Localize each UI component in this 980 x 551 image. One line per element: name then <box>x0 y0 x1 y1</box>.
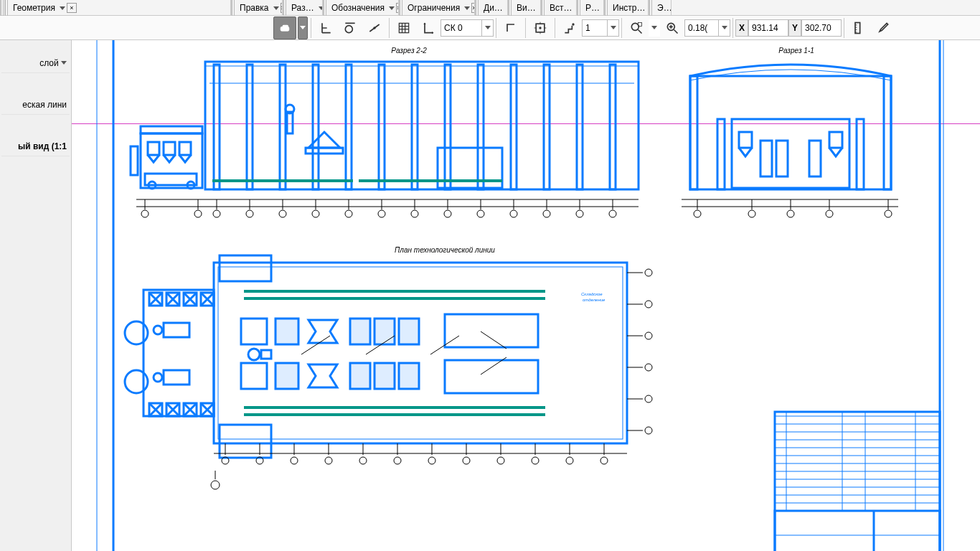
linetype-row[interactable]: еская лини <box>1 95 70 115</box>
svg-point-77 <box>477 210 484 217</box>
ortho-toggle[interactable] <box>499 17 522 39</box>
svg-point-200 <box>532 457 539 464</box>
grid-toggle[interactable] <box>392 17 415 39</box>
perpendicular-tool[interactable] <box>314 17 337 39</box>
svg-rect-166 <box>261 350 271 359</box>
menu-label: Э… <box>657 3 672 13</box>
svg-rect-10 <box>283 24 288 28</box>
menu-5[interactable]: Ди… × <box>479 0 508 16</box>
svg-rect-91 <box>690 76 891 189</box>
svg-rect-163 <box>399 363 419 389</box>
coord-x-input[interactable] <box>748 19 788 37</box>
drawing-svg: Разрез 2-2 Разрез 1-1 План технологическ… <box>72 40 980 551</box>
svg-rect-31 <box>148 142 159 155</box>
svg-rect-34 <box>131 146 138 175</box>
svg-point-14 <box>373 27 375 29</box>
menu-7[interactable]: Вст… × <box>545 0 577 16</box>
menu-6[interactable]: Ви… × <box>512 0 541 16</box>
svg-point-186 <box>291 457 298 464</box>
svg-point-107 <box>748 210 755 217</box>
svg-rect-159 <box>241 363 267 389</box>
svg-rect-147 <box>164 370 189 385</box>
svg-point-113 <box>885 210 892 217</box>
menu-4[interactable]: Ограничения × <box>403 0 475 16</box>
zoom-scale-icon[interactable] <box>661 17 684 39</box>
svg-point-148 <box>154 373 162 382</box>
svg-point-111 <box>826 210 833 217</box>
svg-rect-97 <box>739 132 752 148</box>
svg-rect-156 <box>374 319 395 344</box>
drawing-canvas[interactable]: Разрез 2-2 Разрез 1-1 План технологическ… <box>72 40 980 551</box>
menu-label: Раз… <box>291 3 314 13</box>
menu-2[interactable]: Раз… × <box>287 0 323 16</box>
eraser-tool-dropdown[interactable] <box>298 17 308 39</box>
menu-10[interactable]: Э… × <box>653 0 672 16</box>
menu-9[interactable]: Инстр… × <box>608 0 649 16</box>
coord-system-select[interactable] <box>440 19 494 37</box>
menu-1[interactable]: Правка × <box>235 0 283 16</box>
svg-point-190 <box>359 457 367 464</box>
svg-point-180 <box>645 427 652 434</box>
svg-rect-92 <box>690 76 697 189</box>
svg-rect-117 <box>220 255 271 281</box>
svg-point-16 <box>539 27 541 29</box>
svg-rect-101 <box>809 141 821 176</box>
coord-system-input[interactable] <box>440 19 482 37</box>
svg-rect-99 <box>760 141 772 176</box>
svg-point-172 <box>645 301 652 308</box>
svg-line-19 <box>639 29 642 33</box>
menu-label: Геометрия <box>13 3 55 13</box>
zoom-window-dropdown[interactable] <box>649 19 660 37</box>
svg-point-146 <box>154 326 162 334</box>
zoom-window-tool[interactable] <box>625 17 648 39</box>
menu-0[interactable]: Геометрия × <box>9 0 231 16</box>
menu-label: Ди… <box>484 3 503 13</box>
snap-toggle[interactable] <box>529 17 552 39</box>
svg-point-198 <box>497 457 504 464</box>
plan-title: План технологической линии <box>395 246 495 254</box>
svg-rect-33 <box>179 142 191 155</box>
svg-rect-98 <box>829 132 842 148</box>
svg-point-79 <box>510 210 517 217</box>
svg-point-109 <box>787 210 794 217</box>
svg-rect-93 <box>717 119 725 189</box>
step-input[interactable] <box>582 19 608 37</box>
view-row[interactable]: ый вид (1:1 <box>1 136 70 156</box>
svg-rect-96 <box>732 119 849 188</box>
close-icon[interactable]: × <box>67 3 77 13</box>
svg-rect-30 <box>141 126 202 133</box>
svg-point-69 <box>345 210 352 217</box>
svg-point-75 <box>444 210 451 217</box>
svg-rect-114 <box>214 263 627 443</box>
menu-8[interactable]: Р… × <box>581 0 604 16</box>
menu-label: Ви… <box>517 3 536 13</box>
svg-point-71 <box>378 210 385 217</box>
zoom-input[interactable] <box>684 19 719 37</box>
menu-3[interactable]: Обозначения × <box>327 0 399 16</box>
svg-point-196 <box>463 457 470 464</box>
svg-point-174 <box>645 332 652 339</box>
svg-point-206 <box>211 481 220 489</box>
zoom-dropdown[interactable] <box>719 19 730 37</box>
svg-point-83 <box>576 210 583 217</box>
svg-rect-27 <box>113 40 940 551</box>
eyedropper-tool[interactable] <box>872 17 895 39</box>
svg-rect-118 <box>220 425 271 458</box>
tangent-tool[interactable] <box>339 17 362 39</box>
measure-tool[interactable] <box>847 17 870 39</box>
axes-toggle[interactable] <box>417 17 440 39</box>
svg-rect-154 <box>275 319 298 344</box>
coord-y-input[interactable] <box>801 19 842 37</box>
svg-point-65 <box>279 210 286 217</box>
section-2-2-title: Разрез 2-2 <box>391 47 427 55</box>
section-1-1-title: Разрез 1-1 <box>778 47 814 55</box>
svg-point-188 <box>325 457 332 464</box>
coord-x-label: X <box>735 19 748 37</box>
step-select[interactable] <box>582 19 619 37</box>
midpoint-tool[interactable] <box>363 17 386 39</box>
svg-rect-26 <box>97 40 943 551</box>
eraser-tool[interactable] <box>273 17 296 39</box>
dimension-step-icon[interactable] <box>558 17 581 39</box>
layer-row[interactable]: слой <box>1 53 70 73</box>
svg-rect-161 <box>350 363 370 389</box>
